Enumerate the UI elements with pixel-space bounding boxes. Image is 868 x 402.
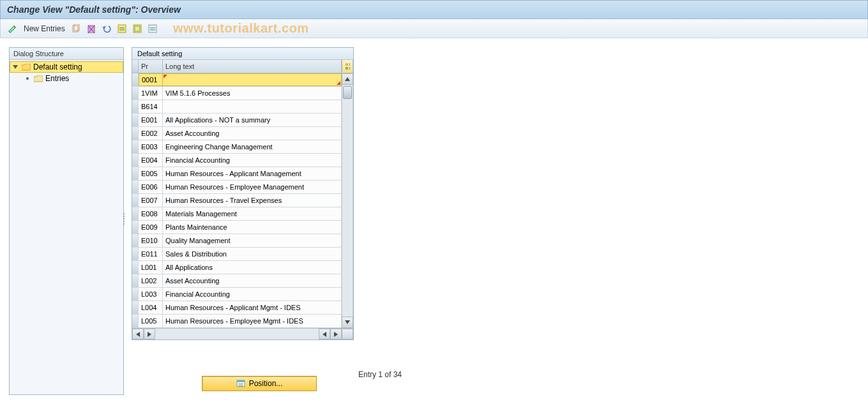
table-row[interactable]: E011Sales & Distribution: [132, 248, 342, 261]
cell-pr[interactable]: E011: [139, 248, 163, 260]
cell-pr[interactable]: L001: [139, 261, 163, 274]
table-row[interactable]: E010Quality Management: [132, 234, 342, 248]
cell-long-text[interactable]: All Applications - NOT a summary: [163, 114, 342, 126]
panel-splitter[interactable]: [122, 212, 126, 231]
cell-pr[interactable]: L005: [139, 315, 163, 327]
deselect-all-icon[interactable]: [147, 23, 158, 34]
cell-long-text[interactable]: Human Resources - Travel Expenses: [163, 194, 342, 207]
select-all-icon[interactable]: [116, 23, 128, 34]
copy-as-icon[interactable]: [70, 23, 82, 34]
cell-long-text[interactable]: Sales & Distribution: [163, 248, 342, 260]
delete-icon[interactable]: [86, 23, 97, 34]
row-selector[interactable]: [132, 207, 139, 220]
row-selector[interactable]: [132, 248, 139, 260]
table-row[interactable]: L001All Applications: [132, 261, 342, 274]
cell-long-text[interactable]: Asset Accounting: [163, 274, 342, 287]
row-selector[interactable]: [132, 154, 139, 167]
tree-node-entries[interactable]: Entries: [10, 73, 123, 84]
select-block-icon[interactable]: [132, 23, 143, 34]
table-row[interactable]: L005Human Resources - Employee Mgmt - ID…: [132, 315, 342, 328]
row-selector[interactable]: [132, 288, 139, 301]
cell-pr[interactable]: L003: [139, 288, 163, 301]
tree-node-default-setting[interactable]: Default setting: [10, 61, 123, 73]
grid-select-all-header[interactable]: [132, 60, 139, 73]
cell-pr[interactable]: E009: [139, 221, 163, 234]
table-row[interactable]: 0001: [132, 73, 342, 87]
cell-pr[interactable]: 0001: [139, 73, 163, 86]
cell-long-text[interactable]: Engineering Change Management: [163, 140, 342, 153]
cell-long-text[interactable]: Plants Maintenance: [163, 221, 342, 234]
scroll-track[interactable]: [342, 85, 353, 316]
cell-pr[interactable]: E002: [139, 127, 163, 140]
hscroll-left-button[interactable]: [132, 329, 144, 339]
cell-long-text[interactable]: All Applications: [163, 261, 342, 274]
undo-change-icon[interactable]: [101, 23, 112, 34]
table-row[interactable]: L003Financial Accounting: [132, 288, 342, 301]
grid-configure-icon[interactable]: [342, 60, 353, 73]
row-selector[interactable]: [132, 315, 139, 327]
position-button[interactable]: Position...: [202, 376, 317, 391]
grid-col-pr[interactable]: Pr: [139, 60, 163, 73]
cell-long-text[interactable]: Quality Management: [163, 234, 342, 247]
row-selector[interactable]: [132, 181, 139, 193]
cell-pr[interactable]: E007: [139, 194, 163, 207]
table-row[interactable]: L002Asset Accounting: [132, 274, 342, 288]
cell-long-text[interactable]: Human Resources - Employee Mgmt - IDES: [163, 315, 342, 327]
row-selector[interactable]: [132, 274, 139, 287]
cell-long-text[interactable]: Materials Management: [163, 207, 342, 220]
row-selector[interactable]: [132, 261, 139, 274]
row-selector[interactable]: [132, 114, 139, 126]
new-entries-button[interactable]: New Entries: [22, 24, 66, 33]
cell-pr[interactable]: E004: [139, 154, 163, 167]
row-selector[interactable]: [132, 87, 139, 100]
table-row[interactable]: E006Human Resources - Employee Managemen…: [132, 181, 342, 194]
table-row[interactable]: B614: [132, 100, 342, 114]
cell-pr[interactable]: E001: [139, 114, 163, 126]
cell-long-text[interactable]: Human Resources - Employee Management: [163, 181, 342, 193]
grid-col-long-text[interactable]: Long text: [163, 60, 342, 73]
cell-long-text[interactable]: Asset Accounting: [163, 127, 342, 140]
table-row[interactable]: E009Plants Maintenance: [132, 221, 342, 234]
cell-pr[interactable]: 1VIM: [139, 87, 163, 100]
row-selector[interactable]: [132, 234, 139, 247]
table-row[interactable]: E001All Applications - NOT a summary: [132, 114, 342, 127]
cell-long-text[interactable]: Financial Accounting: [163, 154, 342, 167]
row-selector[interactable]: [132, 140, 139, 153]
row-selector[interactable]: [132, 194, 139, 207]
row-selector[interactable]: [132, 127, 139, 140]
row-selector[interactable]: [132, 73, 139, 86]
row-selector[interactable]: [132, 100, 139, 113]
cell-long-text[interactable]: [163, 100, 342, 113]
cell-pr[interactable]: L004: [139, 301, 163, 314]
table-row[interactable]: E005Human Resources - Applicant Manageme…: [132, 167, 342, 181]
table-row[interactable]: E008Materials Management: [132, 207, 342, 221]
row-selector[interactable]: [132, 167, 139, 180]
scroll-down-button[interactable]: [342, 316, 353, 328]
cell-long-text[interactable]: Human Resources - Applicant Management: [163, 167, 342, 180]
scroll-up-button[interactable]: [342, 73, 353, 85]
cell-long-text[interactable]: Financial Accounting: [163, 288, 342, 301]
row-selector[interactable]: [132, 301, 139, 314]
cell-pr[interactable]: E008: [139, 207, 163, 220]
hscroll-right-button[interactable]: [144, 329, 155, 339]
table-row[interactable]: E002Asset Accounting: [132, 127, 342, 140]
hscroll-right-button-2[interactable]: [330, 329, 342, 339]
scroll-thumb[interactable]: [343, 86, 352, 99]
table-row[interactable]: E007Human Resources - Travel Expenses: [132, 194, 342, 207]
hscroll-left-button-2[interactable]: [319, 329, 330, 339]
cell-pr[interactable]: E006: [139, 181, 163, 193]
toggle-display-change-icon[interactable]: [7, 23, 19, 34]
table-row[interactable]: E003Engineering Change Management: [132, 140, 342, 154]
cell-pr[interactable]: E003: [139, 140, 163, 153]
expand-collapse-icon[interactable]: [13, 65, 18, 69]
vertical-scrollbar[interactable]: [342, 73, 353, 328]
cell-long-text[interactable]: [163, 73, 342, 86]
cell-long-text[interactable]: Human Resources - Applicant Mgmt - IDES: [163, 301, 342, 314]
table-row[interactable]: 1VIMVIM 5.1.6 Processes: [132, 87, 342, 100]
cell-pr[interactable]: E005: [139, 167, 163, 180]
cell-pr[interactable]: B614: [139, 100, 163, 113]
row-selector[interactable]: [132, 221, 139, 234]
cell-long-text[interactable]: VIM 5.1.6 Processes: [163, 87, 342, 100]
cell-pr[interactable]: L002: [139, 274, 163, 287]
table-row[interactable]: E004Financial Accounting: [132, 154, 342, 167]
